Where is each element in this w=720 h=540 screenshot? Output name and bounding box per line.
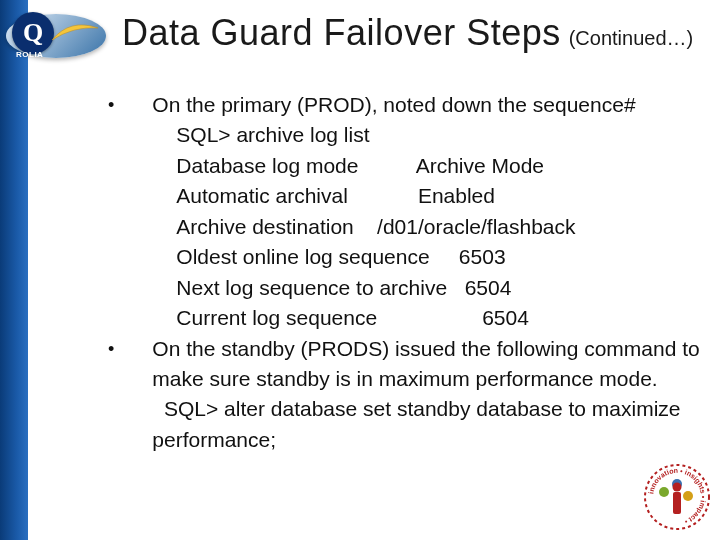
kv-line: Oldest online log sequence 6503: [152, 242, 702, 272]
insights-badge-icon: innovation • insights • impact •: [640, 460, 714, 534]
kv-label: Automatic archival: [176, 184, 348, 207]
kv-value: Archive Mode: [416, 154, 544, 177]
svg-point-6: [673, 483, 682, 492]
kv-line: Next log sequence to archive 6504: [152, 273, 702, 303]
logo-brand-text: ROLIA: [16, 50, 43, 59]
kv-value: /d01/oracle/flashback: [377, 215, 575, 238]
slide-body: • On the primary (PROD), noted down the …: [108, 90, 702, 455]
bullet-item: • On the standby (PRODS) issued the foll…: [108, 334, 702, 456]
kv-label: Database log mode: [176, 154, 358, 177]
kv-line: Current log sequence 6504: [152, 303, 702, 333]
sql-command: SQL> alter database set standby database…: [152, 394, 702, 455]
title-main: Data Guard Failover Steps: [122, 12, 561, 54]
bullet-body: On the standby (PRODS) issued the follow…: [152, 334, 702, 456]
brand-logo: Q ROLIA: [6, 6, 106, 66]
kv-label: Oldest online log sequence: [176, 245, 429, 268]
kv-line: Automatic archival Enabled: [152, 181, 702, 211]
kv-label: Next log sequence to archive: [176, 276, 447, 299]
swoosh-icon: [50, 22, 100, 46]
slide-title: Data Guard Failover Steps (Continued…): [122, 12, 716, 54]
kv-label: Archive destination: [176, 215, 353, 238]
kv-line: Database log mode Archive Mode: [152, 151, 702, 181]
kv-line: Archive destination /d01/oracle/flashbac…: [152, 212, 702, 242]
bullet-text: On the primary (PROD), noted down the se…: [152, 90, 702, 120]
bullet-text: On the standby (PRODS) issued the follow…: [152, 334, 702, 395]
kv-label: Current log sequence: [176, 306, 377, 329]
bullet-marker: •: [108, 334, 114, 456]
slide: Q ROLIA Data Guard Failover Steps (Conti…: [0, 0, 720, 540]
svg-point-2: [659, 487, 669, 497]
left-stripe: [0, 0, 28, 540]
kv-value: Enabled: [418, 184, 495, 207]
logo-letter: Q: [23, 18, 43, 48]
title-continued: (Continued…): [569, 27, 694, 50]
bullet-body: On the primary (PROD), noted down the se…: [152, 90, 702, 334]
svg-point-4: [683, 491, 693, 501]
kv-value: 6503: [459, 245, 506, 268]
svg-rect-5: [673, 492, 681, 514]
bullet-item: • On the primary (PROD), noted down the …: [108, 90, 702, 334]
sql-command: SQL> archive log list: [152, 120, 702, 150]
kv-value: 6504: [465, 276, 512, 299]
bullet-marker: •: [108, 90, 114, 334]
kv-value: 6504: [482, 306, 529, 329]
logo-badge: Q: [12, 12, 54, 54]
